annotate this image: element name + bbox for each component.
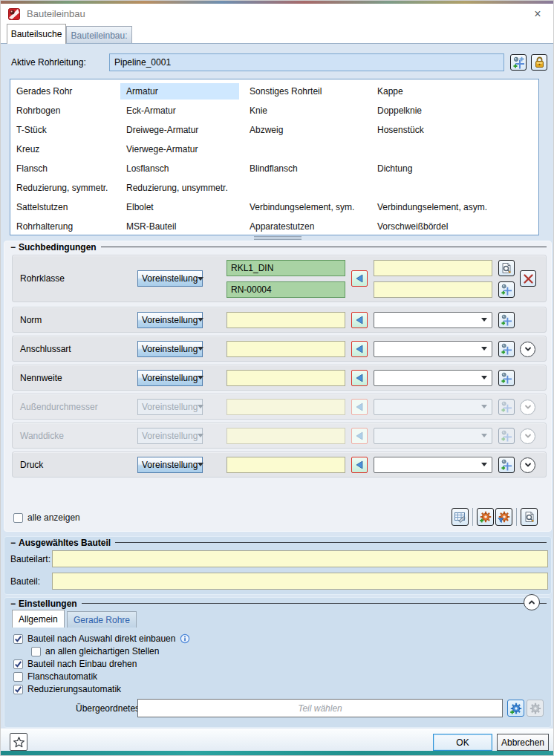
search-document-icon bbox=[524, 511, 535, 523]
close-icon[interactable]: × bbox=[531, 7, 544, 21]
preset-dropdown[interactable]: Voreinstellung bbox=[137, 341, 203, 357]
preset-dropdown[interactable]: Voreinstellung bbox=[137, 312, 203, 328]
bauteilart-field[interactable] bbox=[52, 550, 548, 567]
preview-search-button[interactable] bbox=[521, 508, 538, 526]
part-item[interactable]: Losflansch bbox=[120, 160, 239, 177]
rohrklasse-value-2[interactable]: RN-00004 bbox=[227, 281, 345, 298]
group-rule bbox=[82, 603, 547, 604]
part-item[interactable]: Kappe bbox=[371, 83, 534, 100]
settings-filter-button[interactable] bbox=[495, 508, 512, 526]
search-conditions-group: − Suchbedingungen Rohrklasse Voreinstell… bbox=[4, 241, 552, 532]
druck-value-field[interactable] bbox=[227, 457, 345, 473]
collapse-toggle[interactable]: − bbox=[10, 599, 16, 609]
bauteileinbau-dialog: Bauteileinbau × Bauteilsuche Bauteileinb… bbox=[0, 0, 554, 756]
part-item[interactable]: Gerades Rohr bbox=[10, 83, 116, 100]
expand-row-button[interactable] bbox=[520, 457, 535, 473]
chevron-down-icon bbox=[198, 277, 203, 281]
anschlussart-value-field[interactable] bbox=[227, 341, 345, 357]
part-item[interactable]: Verbindungselement, asym. bbox=[371, 199, 534, 215]
part-item[interactable]: Blindflansch bbox=[244, 160, 367, 177]
part-item[interactable]: Dichtung bbox=[371, 160, 534, 177]
rohrklasse-value-1[interactable]: RKL1_DIN bbox=[227, 260, 345, 276]
part-item[interactable]: Eck-Armatur bbox=[120, 102, 239, 119]
transfer-left-button[interactable] bbox=[351, 370, 368, 386]
fix-parent-select-button[interactable] bbox=[507, 700, 524, 717]
edit-table-button[interactable] bbox=[452, 508, 469, 526]
settings-tab-allgemein[interactable]: Allgemein bbox=[12, 610, 65, 628]
lock-pipeline-button[interactable] bbox=[531, 54, 547, 71]
ok-button[interactable]: OK bbox=[433, 734, 492, 751]
transfer-left-button[interactable] bbox=[351, 270, 368, 287]
nennweite-combobox[interactable] bbox=[374, 370, 492, 386]
part-item[interactable]: Vierwege-Armatur bbox=[120, 141, 239, 157]
druck-combobox[interactable] bbox=[374, 457, 492, 473]
preset-dropdown[interactable]: Voreinstellung bbox=[137, 457, 203, 473]
clear-rohrklasse-button[interactable] bbox=[520, 270, 536, 287]
preset-dropdown[interactable]: Voreinstellung bbox=[137, 270, 203, 287]
preset-value: Voreinstellung bbox=[142, 373, 198, 383]
pick-rohrklasse-button[interactable] bbox=[498, 281, 515, 298]
option-flanschautomatik: Flanschautomatik bbox=[13, 671, 97, 682]
expand-row-button[interactable] bbox=[520, 342, 535, 357]
pick-anschlussart-button[interactable] bbox=[498, 341, 515, 357]
part-item[interactable]: MSR-Bauteil bbox=[120, 218, 239, 235]
fix-parent-input[interactable] bbox=[137, 699, 503, 717]
part-item[interactable]: Verbindungselement, sym. bbox=[244, 199, 367, 215]
part-item[interactable]: Doppelknie bbox=[371, 102, 534, 119]
part-item[interactable]: Dreiwege-Armatur bbox=[120, 122, 239, 138]
list-resize-grip[interactable] bbox=[254, 236, 302, 240]
part-item[interactable]: Kreuz bbox=[10, 141, 116, 157]
settings-add-button[interactable] bbox=[477, 508, 494, 526]
rohrklasse-filter-1[interactable] bbox=[374, 260, 492, 276]
part-item[interactable]: Reduzierung, unsymmetr. bbox=[120, 180, 239, 196]
transfer-left-button[interactable] bbox=[351, 312, 368, 328]
part-item[interactable]: Knie bbox=[244, 102, 367, 119]
nennweite-value-field[interactable] bbox=[227, 370, 345, 386]
settings-tab-gerade-rohre[interactable]: Gerade Rohre bbox=[67, 611, 137, 628]
anschlussart-combobox[interactable] bbox=[374, 341, 492, 357]
component-type-list[interactable]: Gerades Rohr Armatur Sonstiges Rohrteil … bbox=[10, 79, 539, 235]
active-pipeline-field[interactable] bbox=[109, 53, 504, 71]
pick-norm-button[interactable] bbox=[498, 312, 515, 328]
reduzierungsautomatik-checkbox[interactable] bbox=[13, 685, 23, 694]
collapse-toggle[interactable]: − bbox=[10, 538, 16, 548]
part-item[interactable]: Reduzierung, symmetr. bbox=[10, 180, 116, 196]
pick-nennweite-button[interactable] bbox=[498, 370, 515, 386]
part-item[interactable]: Hosenstück bbox=[371, 122, 534, 138]
transfer-left-button[interactable] bbox=[351, 457, 368, 473]
part-item[interactable]: T-Stück bbox=[10, 122, 116, 138]
cancel-button[interactable]: Abbrechen bbox=[497, 734, 549, 751]
part-item[interactable]: Sonstiges Rohrteil bbox=[244, 83, 367, 100]
part-item[interactable]: Abzweig bbox=[244, 122, 367, 138]
part-item[interactable]: Apparatestutzen bbox=[244, 218, 367, 235]
same-places-checkbox[interactable] bbox=[31, 647, 41, 656]
part-item[interactable]: Flansch bbox=[10, 160, 116, 177]
browse-rohrklasse-button[interactable] bbox=[498, 260, 515, 276]
pick-druck-button[interactable] bbox=[498, 457, 515, 473]
collapse-toggle[interactable]: − bbox=[10, 242, 16, 252]
norm-combobox[interactable] bbox=[374, 312, 492, 328]
norm-value-field[interactable] bbox=[227, 312, 345, 328]
list-row: Gerades Rohr Armatur Sonstiges Rohrteil … bbox=[10, 82, 538, 101]
part-item[interactable]: Elbolet bbox=[120, 199, 239, 215]
part-item[interactable]: Rohrbogen bbox=[10, 102, 116, 119]
favorites-button[interactable] bbox=[10, 733, 27, 751]
preset-dropdown[interactable]: Voreinstellung bbox=[137, 370, 203, 386]
bauteil-field[interactable] bbox=[52, 573, 548, 590]
direct-install-checkbox[interactable] bbox=[13, 634, 23, 644]
tab-bauteilsuche[interactable]: Bauteilsuche bbox=[7, 24, 66, 44]
collapse-settings-button[interactable] bbox=[524, 594, 540, 610]
show-all-checkbox[interactable] bbox=[13, 513, 23, 523]
part-item[interactable]: Rohrhalterung bbox=[10, 218, 116, 235]
rohrklasse-filter-2[interactable] bbox=[374, 281, 492, 298]
flanschautomatik-checkbox[interactable] bbox=[13, 672, 23, 682]
pick-pipeline-button[interactable] bbox=[510, 54, 527, 71]
transfer-left-button[interactable] bbox=[351, 341, 368, 357]
part-item bbox=[244, 180, 367, 196]
title-bar[interactable]: Bauteileinbau × bbox=[1, 4, 553, 24]
part-item[interactable]: Vorschweißbördel bbox=[371, 218, 534, 235]
part-item[interactable]: Sattelstutzen bbox=[10, 199, 116, 215]
tab-bauteileinbau[interactable]: Bauteileinbau: bbox=[66, 26, 132, 44]
part-item-selected[interactable]: Armatur bbox=[120, 83, 239, 100]
rotate-checkbox[interactable] bbox=[13, 659, 23, 669]
